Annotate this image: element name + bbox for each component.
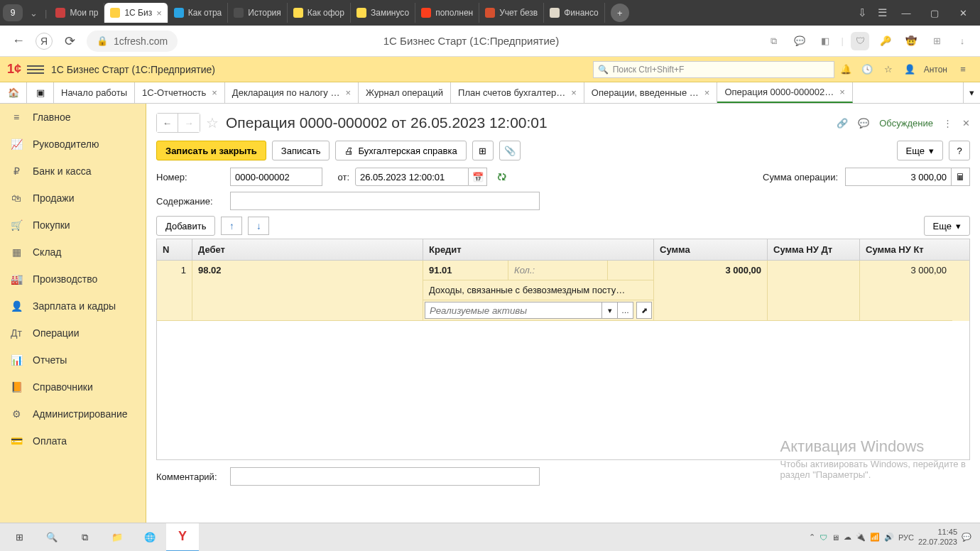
cell-credit[interactable]: 91.01 Кол.: Доходы, связанные с безвозме… xyxy=(423,261,654,321)
window-close[interactable]: ✕ xyxy=(949,0,977,26)
number-input[interactable] xyxy=(230,168,322,186)
sidebar-item[interactable]: 📈Руководителю xyxy=(0,131,146,158)
app-tab[interactable]: Операция 0000-000002…× xyxy=(717,82,852,103)
more-button[interactable]: Еще ▾ xyxy=(897,141,943,160)
app-tab[interactable]: План счетов бухгалтер…× xyxy=(451,82,584,103)
sidebar-item[interactable]: ДтОперации xyxy=(0,320,146,347)
menu-icon[interactable] xyxy=(27,61,44,78)
tabs-dropdown[interactable]: ▾ xyxy=(963,82,980,103)
sidebar-item[interactable]: 🛍Продажи xyxy=(0,185,146,212)
col-debit[interactable]: Дебет xyxy=(192,239,423,260)
open-icon[interactable]: ⬈ xyxy=(636,302,652,319)
calculator-icon[interactable]: 🖩 xyxy=(952,168,970,186)
move-down-button[interactable]: ↓ xyxy=(248,217,269,235)
acct-ref-button[interactable]: 🖨 Бухгалтерская справка xyxy=(335,141,466,160)
new-tab-button[interactable]: + xyxy=(611,4,629,22)
home-tab[interactable]: 🏠 xyxy=(0,82,27,103)
tab-group-button[interactable]: 9 xyxy=(3,4,23,21)
chevron-down-icon[interactable]: ⌄ xyxy=(30,8,38,18)
col-nu-dt[interactable]: Сумма НУ Дт xyxy=(768,239,860,260)
sidebar-item[interactable]: ₽Банк и касса xyxy=(0,158,146,185)
star-icon[interactable]: ☆ xyxy=(878,60,898,80)
tray-volume-icon[interactable]: 🔊 xyxy=(884,533,894,542)
key-icon[interactable]: 🔑 xyxy=(876,32,895,50)
nav-forward[interactable]: → xyxy=(178,114,200,132)
browser-tab[interactable]: Финансо xyxy=(544,3,605,23)
url-box[interactable]: 🔒 1cfresh.com xyxy=(87,31,178,52)
col-sum[interactable]: Сумма xyxy=(654,239,768,260)
tray-power-icon[interactable]: 🔌 xyxy=(856,533,866,542)
tray-notifications-icon[interactable]: 💬 xyxy=(962,533,971,542)
dropdown-icon[interactable]: ▾ xyxy=(602,302,618,319)
stack-tab[interactable]: ▣ xyxy=(27,82,54,103)
copy-icon[interactable]: ⧉ xyxy=(765,32,783,50)
ellipsis-icon[interactable]: … xyxy=(618,302,633,319)
app-tab[interactable]: Операции, введенные …× xyxy=(584,82,718,103)
sum-input[interactable] xyxy=(845,168,952,186)
close-page-icon[interactable]: ✕ xyxy=(962,118,970,129)
tray-clock[interactable]: 11:45 22.07.2023 xyxy=(918,528,957,546)
tray-up-icon[interactable]: ⌃ xyxy=(809,533,815,542)
yandex-browser-icon[interactable]: Y xyxy=(166,523,199,552)
bell-icon[interactable]: 🔔 xyxy=(836,60,856,80)
bookmark-icon[interactable]: ◧ xyxy=(816,32,834,50)
chat-icon[interactable]: 💬 xyxy=(790,32,809,50)
favorite-icon[interactable]: ☆ xyxy=(206,114,219,131)
close-icon[interactable]: × xyxy=(839,87,845,97)
col-credit[interactable]: Кредит xyxy=(423,239,654,260)
kebab-icon[interactable]: ⋮ xyxy=(943,118,952,129)
yandex-icon[interactable]: Я xyxy=(36,33,53,50)
cell-debit[interactable]: 98.02 xyxy=(192,261,423,321)
extensions-icon[interactable]: ⊞ xyxy=(927,32,946,50)
download-icon[interactable]: ↓ xyxy=(953,32,971,50)
sidebar-item[interactable]: 🏭Производство xyxy=(0,266,146,293)
window-minimize[interactable]: — xyxy=(892,0,920,26)
discuss-link[interactable]: Обсуждение xyxy=(879,118,933,129)
help-button[interactable]: ? xyxy=(949,141,970,160)
reload-button[interactable]: ⟳ xyxy=(60,31,80,51)
sidebar-item[interactable]: 👤Зарплата и кадры xyxy=(0,293,146,320)
sidebar-item[interactable]: 📙Справочники xyxy=(0,373,146,400)
save-close-button[interactable]: Записать и закрыть xyxy=(156,141,266,160)
table-row[interactable]: 1 98.02 91.01 Кол.: Доходы, связанные с … xyxy=(157,261,969,321)
task-view-icon[interactable]: ⧉ xyxy=(68,523,101,552)
date-input[interactable] xyxy=(355,168,469,186)
settings-icon[interactable]: ≡ xyxy=(953,60,973,80)
sidebar-item[interactable]: ⚙Администрирование xyxy=(0,400,146,427)
tray-cloud-icon[interactable]: ☁ xyxy=(844,533,851,542)
app-tab[interactable]: Декларация по налогу …× xyxy=(225,82,359,103)
search-input[interactable]: 🔍 Поиск Ctrl+Shift+F xyxy=(593,61,834,78)
downloads-icon[interactable]: ⇩ xyxy=(852,3,872,23)
col-n[interactable]: N xyxy=(157,239,192,260)
refresh-data-icon[interactable]: 🗘 xyxy=(497,172,506,182)
close-icon[interactable]: × xyxy=(345,87,351,98)
app-tab[interactable]: Начало работы xyxy=(54,82,135,103)
content-input[interactable] xyxy=(230,192,540,210)
sidebar-item[interactable]: 📊Отчеты xyxy=(0,347,146,373)
credit-asset-input[interactable] xyxy=(425,302,602,319)
col-nu-kt[interactable]: Сумма НУ Кт xyxy=(860,239,952,260)
calendar-icon[interactable]: 📅 xyxy=(469,168,487,186)
search-taskbar-icon[interactable]: 🔍 xyxy=(36,523,68,552)
browser-tab[interactable]: Заминусо xyxy=(351,3,415,23)
table-more-button[interactable]: Еще ▾ xyxy=(924,216,970,236)
browser-tab[interactable]: Мои пр xyxy=(50,3,104,23)
window-maximize[interactable]: ▢ xyxy=(920,0,949,26)
app-tab[interactable]: Журнал операций xyxy=(359,82,451,103)
close-icon[interactable]: × xyxy=(212,87,217,98)
close-icon[interactable]: × xyxy=(571,87,577,98)
link-icon[interactable]: 🔗 xyxy=(837,118,848,129)
tray-shield-icon[interactable]: 🛡 xyxy=(820,533,827,542)
schema-button[interactable]: ⊞ xyxy=(472,141,494,160)
face-icon[interactable]: 🤠 xyxy=(902,32,920,50)
attach-button[interactable]: 📎 xyxy=(499,141,521,160)
shield-icon[interactable]: 🛡 xyxy=(851,32,869,50)
user-icon[interactable]: 👤 xyxy=(900,60,920,80)
sidebar-item[interactable]: ▦Склад xyxy=(0,239,146,266)
sidebar-item[interactable]: 🛒Покупки xyxy=(0,212,146,239)
sidebar-item[interactable]: ≡Главное xyxy=(0,104,146,131)
browser-tab[interactable]: Как офор xyxy=(288,3,351,23)
opera-icon[interactable]: 🌐 xyxy=(134,523,166,552)
tray-monitor-icon[interactable]: 🖥 xyxy=(832,533,839,542)
browser-tab[interactable]: Учет безв xyxy=(479,3,544,23)
